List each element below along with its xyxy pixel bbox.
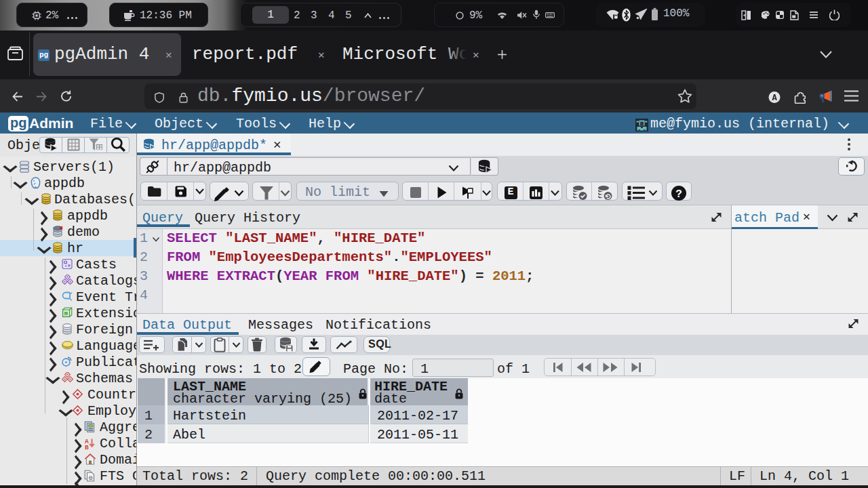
svg-text:A: A <box>772 94 777 103</box>
svg-text:B: B <box>85 444 89 450</box>
svg-text:?: ? <box>675 188 682 201</box>
